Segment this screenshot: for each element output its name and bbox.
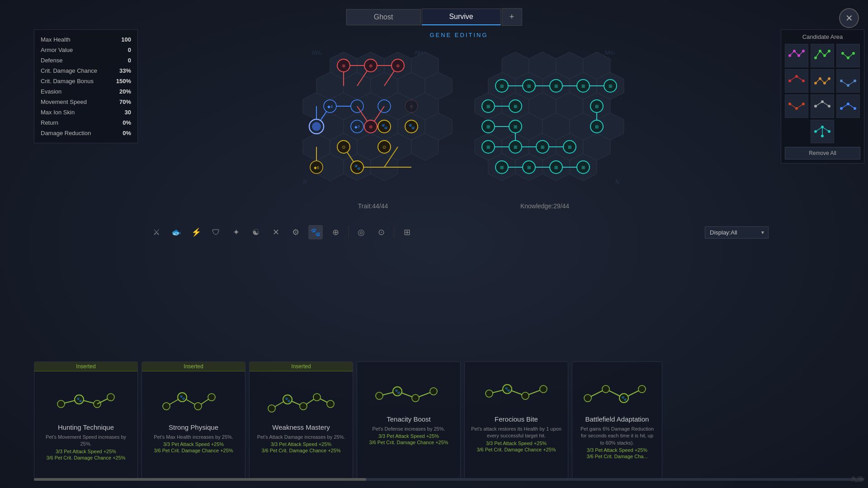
card-stat-1: 3/3 Pet Attack Speed +25% — [587, 447, 647, 453]
stat-armor: Armor Value 0 — [34, 45, 137, 55]
candidate-item-10[interactable] — [811, 120, 834, 143]
stat-max-health: Max Health 100 — [34, 34, 137, 45]
svg-point-6 — [802, 50, 805, 52]
filter-icon-4[interactable]: 🛡 — [209, 225, 223, 239]
filter-icon-3[interactable]: ⚡ — [189, 225, 203, 239]
card-stat-2: 3/6 Pet Crit. Damage Chance +25% — [476, 447, 556, 452]
stat-movement-speed: Movement Speed 70% — [34, 97, 137, 107]
filter-icon-5[interactable]: ✦ — [229, 225, 243, 239]
filter-icon-6[interactable]: ☯ — [249, 225, 263, 239]
svg-point-69 — [163, 403, 170, 410]
filter-icon-8[interactable]: ⚙ — [288, 225, 303, 239]
filter-divider-2 — [394, 226, 394, 239]
svg-point-48 — [840, 107, 843, 110]
stats-panel: Max Health 100 Armor Value 0 Defense 0 C… — [34, 29, 138, 143]
candidate-icon — [813, 72, 831, 90]
filter-icon-11[interactable]: ⊙ — [374, 225, 388, 239]
gene-node-icon: ⊞ — [595, 124, 599, 129]
svg-point-4 — [793, 50, 796, 52]
gene-node-icon: ⊕ — [410, 104, 413, 109]
filter-icon-9[interactable]: ⊕ — [328, 225, 343, 239]
card-name: Weakness Mastery — [272, 423, 330, 431]
display-wrapper: Display:All Display:Inserted Display:Ava… — [705, 226, 769, 239]
candidate-item-1[interactable] — [785, 44, 808, 67]
gene-node-icon: ⊞ — [514, 104, 517, 109]
card-weakness-mastery[interactable]: Inserted 🐾 Weakness Mastery Pet's Attack… — [249, 361, 353, 479]
card-battlefield-adaptation[interactable]: 🐾 Battlefield Adaptation Pet gains 6% Da… — [572, 361, 662, 479]
knowledge-grid[interactable]: NH₂ N — [466, 45, 624, 199]
card-name: Battlefield Adaptation — [585, 415, 649, 423]
candidate-item-7[interactable] — [785, 94, 808, 118]
paw-icon: 🐾 — [354, 164, 361, 170]
tab-add[interactable]: + — [502, 8, 522, 26]
stat-return: Return 0% — [34, 117, 137, 128]
filter-icon-7[interactable]: ✕ — [269, 225, 283, 239]
card-strong-physique[interactable]: Inserted 🐾 Strong Physique Pet's Max Hea… — [142, 361, 245, 479]
card-ferocious-bite[interactable]: 🐾 Ferocious Bite Pet's attack restores i… — [464, 361, 568, 479]
candidate-item-4[interactable] — [785, 69, 808, 93]
filter-icon-1[interactable]: ⚔ — [149, 225, 164, 239]
svg-point-54 — [814, 130, 817, 133]
candidate-icon — [788, 97, 806, 115]
gene-node-icon: ⊞ — [581, 165, 585, 170]
inserted-badge: Inserted — [142, 362, 245, 371]
svg-point-83 — [327, 400, 334, 408]
filter-icon-12[interactable]: ⊞ — [400, 225, 414, 239]
tab-ghost[interactable]: Ghost — [346, 9, 421, 25]
candidate-icon — [813, 97, 831, 115]
svg-point-17 — [847, 56, 849, 59]
card-tenacity-boost[interactable]: 🐾 Tenacity Boost Pet's Defense increases… — [357, 361, 461, 479]
gene-node-icon: ⊞ — [486, 145, 490, 150]
svg-point-107 — [638, 385, 646, 393]
svg-point-55 — [821, 126, 824, 128]
svg-point-29 — [823, 82, 826, 84]
gene-node-icon: ⊞ — [568, 145, 571, 150]
card-name: Ferocious Bite — [495, 415, 538, 423]
scroll-bar[interactable] — [34, 478, 864, 481]
gene-node-icon: ⊕ — [396, 63, 400, 68]
svg-point-11 — [819, 50, 821, 52]
svg-point-87 — [376, 392, 383, 399]
svg-point-103 — [584, 394, 591, 402]
svg-point-40 — [802, 103, 805, 105]
filter-icon-10[interactable]: ◎ — [354, 225, 368, 239]
card-desc: Pet's Movement Speed increases by 25%. — [41, 434, 131, 448]
selected-node-inner — [312, 122, 321, 131]
trait-grid[interactable]: NH₂ NH₂ N — [294, 45, 452, 199]
filter-icon-2[interactable]: 🐟 — [169, 225, 184, 239]
candidate-item-6[interactable] — [836, 69, 860, 93]
card-stat-2: 3/6 Pet Crit. Damage Chance +25% — [261, 448, 340, 453]
stat-damage-reduction: Damage Reduction 0% — [34, 128, 137, 138]
filter-icon-paw[interactable]: 🐾 — [308, 225, 323, 239]
svg-point-49 — [847, 103, 849, 105]
candidate-item-9[interactable] — [836, 94, 860, 118]
svg-point-21 — [788, 80, 791, 82]
card-stat-1: 3/3 Pet Attack Speed +25% — [271, 441, 331, 447]
candidate-item-8[interactable] — [811, 94, 834, 118]
knowledge-section: NH₂ N — [466, 45, 624, 210]
gene-node-icon: ⊙ — [382, 145, 386, 150]
badge-text: ◆5 — [314, 165, 319, 170]
remove-all-button[interactable]: Remove All — [785, 147, 860, 160]
svg-point-45 — [828, 105, 830, 108]
tab-survive[interactable]: Survive — [421, 9, 500, 25]
trait-svg: ⊕ ⊕ ⊕ ◆4 ◆7 — [294, 45, 452, 199]
svg-point-30 — [828, 77, 830, 80]
close-button[interactable]: ✕ — [839, 8, 859, 28]
scroll-thumb[interactable] — [34, 478, 366, 481]
card-icon-weakness: 🐾 — [265, 379, 337, 420]
gene-node-icon: ⊞ — [541, 145, 544, 150]
svg-point-95 — [486, 390, 493, 397]
candidate-item-5[interactable] — [811, 69, 834, 93]
filter-bar: ⚔ 🐟 ⚡ 🛡 ✦ ☯ ✕ ⚙ 🐾 ⊕ ◎ ⊙ ⊞ Display:All Di… — [140, 221, 778, 243]
gene-node-icon: ⊞ — [514, 124, 517, 129]
tab-bar: Ghost Survive + — [346, 8, 522, 26]
card-hunting-technique[interactable]: Inserted 🐾 Hunting Technique Pet's Movem… — [34, 361, 138, 479]
candidate-item-2[interactable] — [811, 44, 834, 67]
svg-point-34 — [847, 84, 849, 87]
gene-node-icon: ⊞ — [486, 124, 490, 129]
candidate-item-3[interactable] — [836, 44, 860, 67]
card-graph-weakness: 🐾 — [267, 381, 335, 418]
display-select[interactable]: Display:All Display:Inserted Display:Ava… — [705, 226, 769, 239]
svg-point-56 — [828, 130, 830, 133]
